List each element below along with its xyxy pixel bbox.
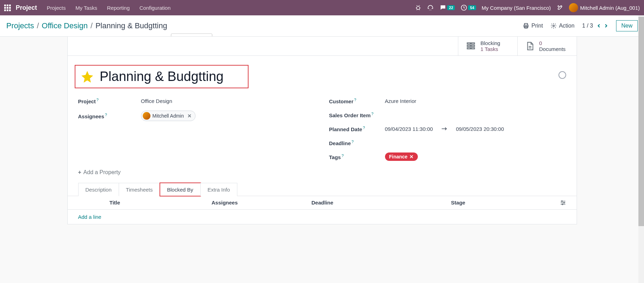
tag-finance[interactable]: Finance ✕ bbox=[385, 152, 418, 161]
form-sheet: Blocking 1 Tasks 0 Documents Plann bbox=[67, 36, 577, 224]
breadcrumb-office-design[interactable]: Office Design bbox=[42, 21, 88, 30]
field-assignees: Assignees? Mitchell Admin ✕ bbox=[78, 108, 315, 124]
pager-next-icon[interactable] bbox=[604, 23, 608, 29]
planned-end[interactable]: 09/05/2023 20:30:00 bbox=[456, 126, 504, 132]
app-name[interactable]: Project bbox=[16, 4, 37, 12]
support-icon[interactable] bbox=[427, 4, 434, 11]
nav-my-tasks[interactable]: My Tasks bbox=[75, 5, 97, 11]
planned-start[interactable]: 09/04/2023 11:30:00 bbox=[385, 126, 433, 132]
breadcrumb-projects[interactable]: Projects bbox=[6, 21, 34, 30]
blocked-table-header: Title Assignees Deadline Stage bbox=[68, 196, 577, 210]
value-customer[interactable]: Azure Interior bbox=[385, 98, 416, 104]
messages-badge: 22 bbox=[447, 5, 455, 10]
new-button[interactable]: New bbox=[616, 20, 638, 31]
label-deadline: Deadline bbox=[329, 140, 351, 146]
help-icon[interactable]: ? bbox=[371, 112, 373, 116]
plus-icon: + bbox=[78, 169, 81, 176]
remove-assignee-icon[interactable]: ✕ bbox=[187, 113, 192, 119]
stat-buttons: Blocking 1 Tasks 0 Documents bbox=[68, 37, 577, 56]
company-selector[interactable]: My Company (San Francisco) bbox=[482, 5, 551, 11]
help-icon[interactable]: ? bbox=[354, 98, 356, 102]
col-assignees: Assignees bbox=[176, 200, 274, 206]
help-icon[interactable]: ? bbox=[341, 154, 343, 158]
action-label: Action bbox=[559, 23, 574, 29]
tab-description[interactable]: Description bbox=[78, 183, 119, 196]
help-icon[interactable]: ? bbox=[105, 113, 107, 117]
messages-icon[interactable]: 22 bbox=[439, 4, 455, 11]
pager-text[interactable]: 1 / 3 bbox=[582, 23, 593, 29]
task-title[interactable]: Planning & Budgtting bbox=[100, 69, 224, 84]
value-tags[interactable]: Finance ✕ bbox=[385, 152, 418, 161]
print-button[interactable]: Print bbox=[523, 23, 543, 29]
tab-timesheets[interactable]: Timesheets bbox=[119, 183, 160, 196]
value-assignees[interactable]: Mitchell Admin ✕ bbox=[141, 111, 195, 121]
tabs: Description Timesheets Blocked By Extra … bbox=[68, 183, 577, 196]
assignee-chip[interactable]: Mitchell Admin ✕ bbox=[141, 111, 195, 121]
priority-star-icon[interactable] bbox=[80, 70, 94, 84]
add-property-label: Add a Property bbox=[83, 169, 121, 176]
add-property-button[interactable]: + Add a Property bbox=[68, 167, 577, 183]
pager-prev-icon[interactable] bbox=[597, 23, 601, 29]
add-line-button[interactable]: Add a line bbox=[68, 210, 577, 224]
breadcrumb: Projects / Office Design / Planning & Bu… bbox=[6, 21, 167, 30]
tab-content-blocked-by: Title Assignees Deadline Stage Add a lin… bbox=[68, 196, 577, 224]
scrollbar-thumb[interactable] bbox=[638, 17, 644, 226]
bug-icon[interactable] bbox=[415, 5, 421, 11]
apps-icon[interactable] bbox=[4, 5, 11, 11]
nav-configuration[interactable]: Configuration bbox=[140, 5, 171, 11]
stat-documents-value: 0 bbox=[539, 40, 566, 46]
tab-blocked-by[interactable]: Blocked By bbox=[160, 183, 201, 196]
stat-documents-label: Documents bbox=[539, 46, 566, 52]
stat-blocking[interactable]: Blocking 1 Tasks bbox=[458, 37, 517, 55]
action-button[interactable]: Action bbox=[550, 23, 574, 29]
pager: 1 / 3 bbox=[582, 23, 608, 29]
value-planned[interactable]: 09/04/2023 11:30:00 09/05/2023 20:30:00 bbox=[385, 126, 504, 132]
print-icon bbox=[523, 23, 529, 29]
svg-point-13 bbox=[563, 202, 564, 203]
nav-menu: Projects My Tasks Reporting Configuratio… bbox=[47, 5, 171, 11]
svg-point-0 bbox=[417, 6, 420, 9]
print-label: Print bbox=[531, 23, 543, 29]
col-title: Title bbox=[78, 200, 176, 206]
field-tags: Tags? Finance ✕ bbox=[329, 150, 566, 164]
tools-icon[interactable] bbox=[556, 4, 563, 11]
value-project[interactable]: Office Design bbox=[141, 98, 172, 104]
breadcrumb-separator: / bbox=[37, 21, 39, 30]
adjust-columns-icon[interactable] bbox=[560, 200, 566, 206]
label-tags: Tags bbox=[329, 154, 341, 160]
assignee-name: Mitchell Admin bbox=[153, 113, 184, 119]
help-icon[interactable]: ? bbox=[351, 140, 354, 144]
field-customer: Customer? Azure Interior bbox=[329, 94, 566, 108]
user-name: Mitchell Admin (Aug_001) bbox=[580, 5, 640, 11]
svg-rect-6 bbox=[467, 43, 470, 44]
user-menu[interactable]: Mitchell Admin (Aug_001) bbox=[569, 3, 640, 12]
svg-point-5 bbox=[553, 25, 555, 27]
svg-rect-7 bbox=[467, 45, 470, 47]
kanban-state-icon[interactable] bbox=[558, 71, 566, 79]
stat-documents[interactable]: 0 Documents bbox=[517, 37, 577, 55]
scrollbar[interactable] bbox=[638, 15, 644, 239]
svg-point-12 bbox=[561, 201, 562, 202]
nav-reporting[interactable]: Reporting bbox=[107, 5, 129, 11]
help-icon[interactable]: ? bbox=[96, 98, 98, 102]
activities-badge: 54 bbox=[468, 5, 476, 10]
field-planned-date: Planned Date? 09/04/2023 11:30:00 09/05/… bbox=[329, 122, 566, 136]
remove-tag-icon[interactable]: ✕ bbox=[409, 154, 414, 159]
field-sales-order-item: Sales Order Item? bbox=[329, 108, 566, 122]
arrow-right-icon bbox=[441, 127, 447, 131]
document-icon bbox=[525, 41, 534, 51]
svg-point-14 bbox=[562, 204, 563, 205]
help-icon[interactable]: ? bbox=[363, 126, 365, 130]
tab-extra-info[interactable]: Extra Info bbox=[200, 183, 237, 196]
nav-right: 22 54 My Company (San Francisco) Mitchel… bbox=[415, 3, 640, 12]
breadcrumb-current: Planning & Budgtting bbox=[95, 21, 167, 30]
activities-icon[interactable]: 54 bbox=[460, 4, 476, 11]
blocking-icon bbox=[466, 41, 476, 51]
svg-rect-8 bbox=[467, 48, 470, 49]
col-deadline: Deadline bbox=[274, 200, 371, 206]
svg-rect-9 bbox=[471, 43, 474, 44]
label-assignees: Assignees bbox=[78, 113, 104, 119]
nav-projects[interactable]: Projects bbox=[47, 5, 66, 11]
svg-rect-10 bbox=[471, 45, 474, 47]
tag-label: Finance bbox=[389, 154, 408, 159]
